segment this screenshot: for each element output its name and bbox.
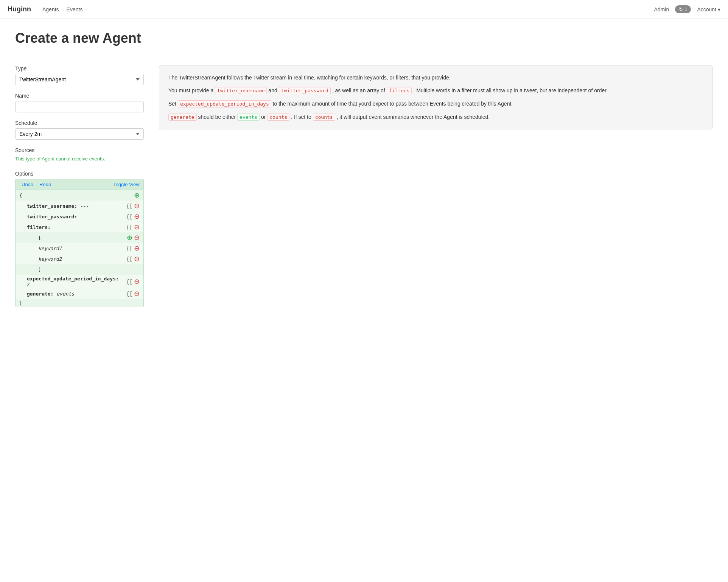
info-counts-code: counts — [267, 114, 289, 121]
info-p4-should: should be either — [198, 114, 236, 120]
name-label: Name — [15, 93, 144, 99]
json-row-filters: filters: { [ ⊖ — [16, 222, 143, 232]
info-para2: You must provide a twitter_username and … — [168, 86, 703, 95]
json-close-brace: } — [16, 299, 143, 307]
info-para1: The TwitterStreamAgent follows the Twitt… — [168, 73, 703, 82]
account-label: Account — [697, 6, 716, 12]
keyword2-actions: { [ ⊖ — [126, 255, 140, 262]
twitter-password-remove-button[interactable]: ⊖ — [134, 213, 140, 220]
info-counts2-code: counts — [313, 114, 335, 121]
expected-update-actions: { [ ⊖ — [126, 278, 140, 285]
page-title: Create a new Agent — [15, 30, 713, 46]
keyword2-curly-button[interactable]: { [ — [126, 256, 132, 262]
array-open-actions: ⊕ ⊖ — [127, 234, 140, 241]
main-content: Create a new Agent Type TwitterStreamAge… — [0, 19, 728, 319]
info-para4: generate should be either events or coun… — [168, 113, 703, 121]
schedule-label: Schedule — [15, 120, 144, 126]
expected-update-remove-button[interactable]: ⊖ — [134, 278, 140, 285]
nav-agents[interactable]: Agents — [42, 6, 59, 12]
info-box: The TwitterStreamAgent follows the Twitt… — [159, 65, 713, 129]
navbar: Huginn Agents Events Admin ↻ 1 Account ▾ — [0, 0, 728, 19]
info-period-code: expected_update_period_in_days — [178, 100, 271, 107]
info-p4-mid: . If set to — [291, 114, 311, 120]
info-events-code: events — [237, 114, 260, 121]
info-para3: Set expected_update_period_in_days to th… — [168, 100, 703, 108]
chevron-down-icon: ▾ — [718, 6, 720, 12]
generate-actions: { [ ⊖ — [126, 290, 140, 297]
info-p3-post: to the maximum amount of time that you'd… — [273, 101, 513, 107]
options-toolbar: Undo Redo Toggle View — [15, 179, 144, 190]
generate-remove-button[interactable]: ⊖ — [134, 290, 140, 297]
options-label: Options — [15, 171, 144, 177]
name-input[interactable] — [15, 101, 144, 112]
toggle-view-button[interactable]: Toggle View — [113, 182, 140, 187]
redo-button[interactable]: Redo — [37, 181, 53, 188]
type-group: Type TwitterStreamAgent — [15, 65, 144, 85]
form-column: Type TwitterStreamAgent Name Schedule Ev… — [15, 65, 144, 307]
info-twitter-password-code: twitter_password — [279, 87, 331, 94]
content-layout: Type TwitterStreamAgent Name Schedule Ev… — [15, 65, 713, 307]
json-row-generate: generate: events { [ ⊖ — [16, 288, 143, 299]
array-add-button[interactable]: ⊕ — [127, 234, 132, 241]
brand-logo[interactable]: Huginn — [8, 5, 31, 13]
add-root-button[interactable]: ⊕ — [134, 192, 140, 199]
filters-actions: { [ ⊖ — [126, 224, 140, 230]
filters-curly-button[interactable]: { [ — [126, 224, 132, 230]
json-row-expected-update: expected_update_period_in_days: 2 { [ ⊖ — [16, 275, 143, 288]
type-select[interactable]: TwitterStreamAgent — [15, 74, 144, 85]
info-p2-pre: You must provide a — [168, 87, 213, 93]
undo-button[interactable]: Undo — [19, 181, 36, 188]
twitter-password-actions: { [ ⊖ — [126, 213, 140, 220]
sources-group: Sources This type of Agent cannot receiv… — [15, 147, 144, 162]
refresh-icon: ↻ — [679, 6, 683, 12]
twitter-username-curly-button[interactable]: { [ — [126, 203, 132, 209]
json-array-close: ] — [16, 264, 143, 275]
json-array-open: [ ⊕ ⊖ — [16, 232, 143, 243]
json-row-keyword1: keyword1 { [ ⊖ — [16, 243, 143, 254]
info-p2-mid: and — [268, 87, 277, 93]
array-remove-button[interactable]: ⊖ — [134, 234, 140, 241]
info-p4-end: , it will output event summaries wheneve… — [337, 114, 490, 120]
twitter-username-actions: { [ ⊖ — [126, 202, 140, 209]
nav-account-dropdown[interactable]: Account ▾ — [697, 6, 720, 12]
keyword1-remove-button[interactable]: ⊖ — [134, 245, 140, 252]
info-column: The TwitterStreamAgent follows the Twitt… — [159, 65, 713, 129]
keyword1-curly-button[interactable]: { [ — [126, 245, 132, 251]
nav-badge[interactable]: ↻ 1 — [675, 5, 691, 13]
schedule-group: Schedule Every 2m — [15, 120, 144, 140]
info-p3-pre: Set — [168, 101, 176, 107]
info-twitter-username-code: twitter_username — [215, 87, 267, 94]
info-p4-or: or — [261, 114, 266, 120]
schedule-select[interactable]: Every 2m — [15, 128, 144, 140]
twitter-username-remove-button[interactable]: ⊖ — [134, 202, 140, 209]
keyword1-actions: { [ ⊖ — [126, 245, 140, 252]
filters-remove-button[interactable]: ⊖ — [134, 224, 140, 230]
nav-badge-count: 1 — [684, 6, 687, 12]
info-filters-code: filters — [387, 87, 412, 94]
type-label: Type — [15, 65, 144, 72]
twitter-password-curly-button[interactable]: { [ — [126, 213, 132, 219]
json-open-brace: { ⊕ — [16, 190, 143, 201]
json-row-twitter-password: twitter_password: --- { [ ⊖ — [16, 211, 143, 222]
nav-admin-label: Admin — [654, 6, 669, 12]
info-p2-post: , as well as an array of — [332, 87, 385, 93]
sources-label: Sources — [15, 147, 144, 153]
expected-update-curly-button[interactable]: { [ — [126, 279, 132, 285]
divider — [15, 54, 713, 54]
json-row-twitter-username: twitter_username: --- { [ ⊖ — [16, 201, 143, 211]
info-generate-code: generate — [168, 114, 197, 121]
name-group: Name — [15, 93, 144, 112]
nav-right: Admin ↻ 1 Account ▾ — [654, 5, 720, 13]
json-row-keyword2: keyword2 { [ ⊖ — [16, 254, 143, 264]
keyword2-remove-button[interactable]: ⊖ — [134, 255, 140, 262]
info-p2-end: . Multiple words in a filter must all sh… — [413, 87, 608, 93]
nav-links: Agents Events — [42, 6, 82, 12]
json-editor: { ⊕ twitter_username: --- { [ ⊖ — [15, 190, 144, 307]
generate-curly-button[interactable]: { [ — [126, 291, 132, 297]
options-section: Options Undo Redo Toggle View { ⊕ — [15, 171, 144, 307]
sources-text[interactable]: This type of Agent cannot receive events… — [15, 156, 105, 162]
json-root-actions: ⊕ — [134, 192, 140, 199]
nav-events[interactable]: Events — [67, 6, 83, 12]
